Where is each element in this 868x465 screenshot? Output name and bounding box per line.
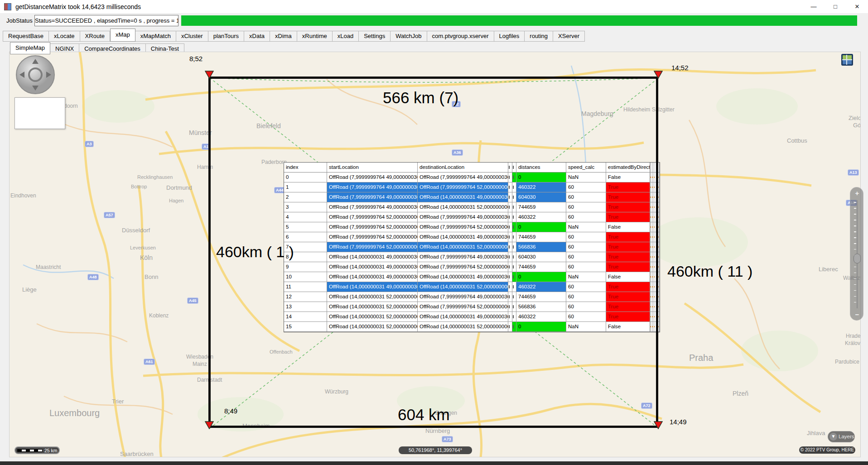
minimap-toggle-button[interactable] — [841, 54, 853, 66]
minimize-button[interactable]: — — [804, 0, 824, 13]
cell-destinationlocation[interactable]: OffRoad (7,9999999764 49,000000036) — [418, 212, 508, 222]
table-row[interactable]: 11OffRoad (14,000000031 49,000000036)Off… — [284, 282, 660, 292]
cell-destinationlocation[interactable]: OffRoad (14,000000031 52,000000006) — [418, 282, 508, 292]
cell-startlocation[interactable]: OffRoad (14,000000031 52,000000006) — [327, 292, 418, 302]
cell-distances[interactable]: 566836 — [516, 302, 566, 312]
cell-distances[interactable]: 460322 — [516, 312, 566, 321]
close-button[interactable]: ✕ — [847, 0, 867, 13]
column-header-startlocation[interactable]: startLocation — [327, 163, 418, 172]
cell-startlocation[interactable]: OffRoad (7,9999999764 49,000000036) — [327, 192, 418, 202]
tab-xload[interactable]: xLoad — [333, 31, 359, 42]
layers-button[interactable]: ▼ Layers — [828, 431, 855, 442]
cell-startlocation[interactable]: OffRoad (7,9999999764 49,000000036) — [327, 182, 418, 192]
cell-distances[interactable]: 744659 — [516, 232, 566, 242]
cell-startlocation[interactable]: OffRoad (14,000000031 49,000000036) — [327, 262, 418, 272]
cell-startlocation[interactable]: OffRoad (14,000000031 49,000000036) — [327, 252, 418, 262]
table-row[interactable]: 2OffRoad (7,9999999764 49,000000036)OffR… — [284, 192, 660, 202]
cell-distances[interactable]: 460322 — [516, 182, 566, 192]
cell-distances[interactable]: 744659 — [516, 292, 566, 302]
cell-startlocation[interactable]: OffRoad (7,9999999764 49,000000036) — [327, 202, 418, 212]
column-header-speed-calc[interactable]: speed_calc — [566, 163, 606, 172]
cell-destinationlocation[interactable]: OffRoad (14,000000031 52,000000006) — [418, 202, 508, 212]
cell-destinationlocation[interactable]: OffRoad (7,9999999764 52,000000006) — [418, 222, 508, 232]
table-row[interactable]: 5OffRoad (7,9999999764 52,000000006)OffR… — [284, 222, 660, 232]
cell-destinationlocation[interactable]: OffRoad (7,9999999764 49,000000036) — [418, 252, 508, 262]
tab-xroute[interactable]: XRoute — [80, 31, 110, 42]
cell-startlocation[interactable]: OffRoad (7,9999999764 52,000000006) — [327, 212, 418, 222]
maximize-button[interactable]: □ — [825, 0, 845, 13]
tab-watchjob[interactable]: WatchJob — [391, 31, 427, 42]
cell-destinationlocation[interactable]: OffRoad (14,000000031 52,000000006) — [418, 322, 508, 331]
tab-xdima[interactable]: xDima — [270, 31, 297, 42]
column-header-destinationlocation[interactable]: destinationLocation — [418, 163, 508, 172]
tab-settings[interactable]: Settings — [359, 31, 391, 42]
cell-startlocation[interactable]: OffRoad (14,000000031 49,000000036) — [327, 272, 418, 282]
cell-distances[interactable]: 566836 — [516, 242, 566, 252]
cell-distances[interactable]: 744659 — [516, 262, 566, 272]
cell-startlocation[interactable]: OffRoad (14,000000031 52,000000006) — [327, 322, 418, 331]
tab-xdata[interactable]: xData — [244, 31, 270, 42]
cell-distances[interactable]: 0 — [516, 272, 566, 282]
cell-destinationlocation[interactable]: OffRoad (14,000000031 52,000000006) — [418, 242, 508, 252]
cell-distances[interactable]: 0 — [516, 322, 566, 331]
table-row[interactable]: 14OffRoad (14,000000031 52,000000006)Off… — [284, 312, 660, 322]
column-header-estimatedbydirect[interactable]: estimatedByDirectDis — [606, 163, 650, 172]
cell-destinationlocation[interactable]: OffRoad (14,000000031 49,000000036) — [418, 312, 508, 321]
cell-destinationlocation[interactable]: OffRoad (14,000000031 49,000000036) — [418, 192, 508, 202]
cell-destinationlocation[interactable]: OffRoad (14,000000031 49,000000036) — [418, 232, 508, 242]
cell-distances[interactable]: 604030 — [516, 252, 566, 262]
table-row[interactable]: 9OffRoad (14,000000031 49,000000036)OffR… — [284, 262, 660, 272]
tab-xruntime[interactable]: xRuntime — [297, 31, 333, 42]
table-row[interactable]: 15OffRoad (14,000000031 52,000000006)Off… — [284, 322, 660, 332]
job-status-textbox[interactable]: Status=SUCCEEDED , elapsedTime=0 s , pro… — [34, 15, 178, 26]
table-row[interactable]: 7OffRoad (7,9999999764 52,000000006)OffR… — [284, 242, 660, 252]
tab-requestbase[interactable]: RequestBase — [3, 31, 49, 42]
cell-destinationlocation[interactable]: OffRoad (7,9999999764 49,000000036) — [418, 292, 508, 302]
cell-distances[interactable]: 460322 — [516, 282, 566, 292]
cell-startlocation[interactable]: OffRoad (7,9999999764 49,000000036) — [327, 173, 418, 182]
table-row[interactable]: 1OffRoad (7,9999999764 49,000000036)OffR… — [284, 182, 660, 192]
zoom-in-button[interactable]: + — [850, 189, 864, 197]
table-row[interactable]: 3OffRoad (7,9999999764 49,000000036)OffR… — [284, 202, 660, 212]
table-row[interactable]: 10OffRoad (14,000000031 49,000000036)Off… — [284, 272, 660, 282]
cell-destinationlocation[interactable]: OffRoad (7,9999999764 52,000000006) — [418, 262, 508, 272]
tab-plantours[interactable]: planTours — [208, 31, 244, 42]
cell-distances[interactable]: 604030 — [516, 192, 566, 202]
cell-destinationlocation[interactable]: OffRoad (7,9999999764 52,000000006) — [418, 302, 508, 312]
cell-destinationlocation[interactable]: OffRoad (7,9999999764 49,000000036) — [418, 173, 508, 182]
cell-distances[interactable]: 0 — [516, 222, 566, 232]
table-row[interactable]: 0OffRoad (7,9999999764 49,000000036)OffR… — [284, 173, 660, 182]
overview-minimap[interactable] — [14, 97, 65, 129]
table-row[interactable]: 8OffRoad (14,000000031 49,000000036)OffR… — [284, 252, 660, 262]
cell-distances[interactable]: 460322 — [516, 212, 566, 222]
column-header-distances[interactable]: distances — [516, 163, 566, 172]
tab-logfiles[interactable]: Logfiles — [494, 31, 525, 42]
cell-startlocation[interactable]: OffRoad (14,000000031 52,000000006) — [327, 302, 418, 312]
table-row[interactable]: 13OffRoad (14,000000031 52,000000006)Off… — [284, 302, 660, 312]
tab-xserver[interactable]: XServer — [553, 31, 585, 42]
table-row[interactable]: 6OffRoad (7,9999999764 52,000000006)OffR… — [284, 232, 660, 242]
cell-startlocation[interactable]: OffRoad (14,000000031 52,000000006) — [327, 312, 418, 321]
tab-xcluster[interactable]: xCluster — [176, 31, 208, 42]
pan-control[interactable] — [15, 55, 55, 95]
column-header-index[interactable]: index — [284, 163, 327, 172]
tab-com-ptvgroup-xserver[interactable]: com.ptvgroup.xserver — [427, 31, 494, 42]
table-row[interactable]: 12OffRoad (14,000000031 52,000000006)Off… — [284, 292, 660, 302]
tab-simplemap[interactable]: SimpleMap — [10, 42, 50, 54]
tab-xmap[interactable]: xMap — [110, 29, 135, 42]
tab-routing[interactable]: routing — [525, 31, 553, 42]
cell-startlocation[interactable]: OffRoad (14,000000031 49,000000036) — [327, 282, 418, 292]
cell-startlocation[interactable]: OffRoad (7,9999999764 52,000000006) — [327, 222, 418, 232]
tab-xlocate[interactable]: xLocate — [49, 31, 80, 42]
cell-startlocation[interactable]: OffRoad (7,9999999764 52,000000006) — [327, 242, 418, 252]
zoom-slider-thumb[interactable] — [854, 254, 861, 264]
column-header-narrow[interactable] — [508, 163, 512, 172]
zoom-slider[interactable]: + − — [850, 187, 863, 321]
tab-xmapmatch[interactable]: xMapMatch — [135, 31, 176, 42]
cell-destinationlocation[interactable]: OffRoad (7,9999999764 52,000000006) — [418, 182, 508, 192]
cell-distances[interactable]: 744659 — [516, 202, 566, 212]
cell-startlocation[interactable]: OffRoad (7,9999999764 52,000000006) — [327, 232, 418, 242]
column-header-narrow[interactable] — [512, 163, 516, 172]
cell-distances[interactable]: 0 — [516, 173, 566, 182]
table-row[interactable]: 4OffRoad (7,9999999764 52,000000006)OffR… — [284, 212, 660, 222]
